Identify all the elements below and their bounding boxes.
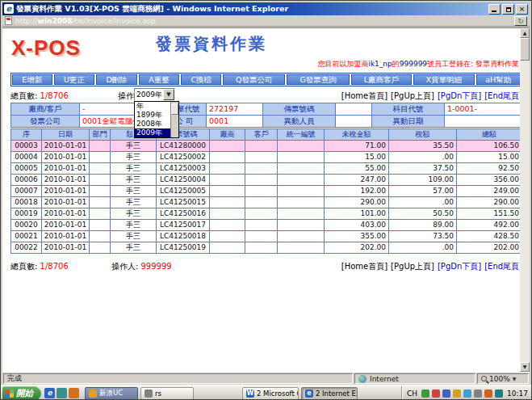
magnifier-icon	[481, 376, 487, 381]
status-zone: Internet	[354, 373, 475, 384]
tray-icon-3[interactable]	[442, 389, 450, 398]
form-label: 廠商/客戶	[11, 103, 80, 116]
table-cell: 92.50	[457, 163, 522, 175]
menu-button-2[interactable]: U更正	[54, 74, 95, 85]
table-row[interactable]: 000192010-01-01手三LC41250016101.0050.5015…	[11, 208, 522, 220]
scroll-up-icon[interactable]: ▲	[520, 28, 530, 38]
scrollbar-thumb[interactable]	[520, 38, 530, 61]
year-select[interactable]: 2009年 ▼	[134, 88, 175, 101]
table-cell: 00019	[11, 208, 42, 220]
menu-button-4[interactable]: A重整	[139, 74, 179, 85]
media-player-icon[interactable]	[69, 388, 79, 398]
form-field[interactable]	[336, 103, 372, 116]
nav-nav-bottom-0[interactable]: [Home首頁]	[341, 262, 387, 271]
column-header: 日期	[42, 129, 90, 141]
taskbar-group-button-1[interactable]: e2 Internet Expl...	[301, 387, 358, 400]
table-row[interactable]: 000052010-01-01手三LC4125000355.0037.5092.…	[11, 163, 522, 175]
form-row-1: 廠商/客戶-憑單代號272197傳票號碼科目代號1-0001-	[11, 103, 522, 116]
group-button-label: 2 Internet Expl...	[316, 389, 358, 398]
table-cell: LC41250002	[157, 152, 210, 163]
nav-nav-bottom-2[interactable]: [PgDn下頁]	[438, 262, 481, 271]
menu-button-7[interactable]: G發票查詢	[287, 74, 350, 85]
taskbar-group-button-0[interactable]: W2 Microsoft Off...	[242, 387, 299, 400]
url-field[interactable]: http://win2008/tw/Invoice/invoice.asp	[15, 17, 514, 25]
start-button[interactable]: 開始	[2, 386, 41, 400]
chevron-down-icon[interactable]: ▼	[163, 89, 174, 100]
table-cell: LC41250004	[157, 175, 210, 186]
form-field[interactable]: 0001	[207, 116, 263, 128]
form-field[interactable]: 272197	[207, 103, 263, 116]
ie-quicklaunch-icon[interactable]: e	[44, 388, 55, 398]
tray-icon-4[interactable]	[453, 389, 461, 398]
status-zone-text: Internet	[370, 375, 399, 383]
tray-icon-7[interactable]	[484, 389, 492, 398]
nav-nav-top-0[interactable]: [Home首頁]	[341, 91, 387, 100]
table-row[interactable]: 000072010-01-01手三LC41250005192.0057.0024…	[11, 186, 522, 197]
year-option-3[interactable]: 2009年	[135, 128, 170, 137]
invoice-form: 廠商/客戶-憑單代號272197傳票號碼科目代號1-0001-發票公司0001金…	[10, 103, 522, 128]
tray-icon-6[interactable]	[474, 389, 482, 398]
status-done: 完成	[3, 373, 353, 384]
go-button[interactable]: ↻	[514, 16, 527, 26]
menu-button-1[interactable]: E增新	[12, 74, 52, 85]
menu-button-3[interactable]: D刪除	[96, 74, 137, 85]
login-info: 您目前以加盟商ik1_np的999999號員工登錄在: 發票資料作業	[317, 59, 519, 69]
taskbar-window-button-1[interactable]: rs	[140, 387, 194, 400]
zoom-caret-icon[interactable]: ▼	[513, 376, 517, 381]
minimize-button[interactable]	[488, 4, 501, 15]
tray-icon-8[interactable]	[495, 389, 503, 398]
table-cell: LC41250015	[157, 197, 210, 208]
table-cell	[90, 208, 111, 220]
table-cell: 00004	[11, 152, 42, 163]
table-header-row: 序日期部門類別發票號碼廠商客戶統一編號未稅金額稅額總額	[11, 129, 522, 141]
table-cell	[90, 197, 111, 208]
tray-icon-2[interactable]	[432, 389, 440, 398]
menu-button-9[interactable]: X貨單明細	[413, 74, 475, 85]
nav-nav-bottom-3[interactable]: [End尾頁]	[484, 262, 522, 271]
dropdown-scrollbar[interactable]	[170, 102, 178, 137]
menu-button-6[interactable]: Q發票公司	[223, 74, 285, 85]
scroll-down-icon[interactable]: ▼	[520, 362, 530, 372]
table-cell: 手三	[111, 175, 157, 186]
table-row[interactable]: 000032010-01-01手三LC4128000071.0035.50106…	[11, 141, 522, 152]
table-cell: 202.00	[325, 242, 389, 254]
taskbar-window-button-0[interactable]: 新浪UC	[85, 387, 138, 400]
vertical-scrollbar[interactable]: ▲ ▼	[520, 28, 530, 372]
table-row[interactable]: 000222010-01-01手三LC41250019202.00.00202.…	[11, 242, 522, 254]
table-cell	[90, 231, 111, 242]
menu-button-5[interactable]: C換檔	[181, 74, 221, 85]
nav-nav-top-3[interactable]: [End尾頁]	[484, 91, 522, 100]
language-indicator[interactable]: CH	[405, 389, 419, 398]
restore-button[interactable]	[502, 4, 514, 15]
window-button-label: 新浪UC	[99, 389, 123, 398]
table-row[interactable]: 000212010-01-01手三LC41250018355.0073.5042…	[11, 231, 522, 242]
tray-icon-5[interactable]	[463, 389, 471, 398]
total-pages-value: 1/8706	[40, 262, 69, 271]
tray-icon-1[interactable]	[421, 389, 429, 398]
menu-button-8[interactable]: L廠商客戶	[351, 74, 412, 85]
table-row[interactable]: 000062010-01-01手三LC41250004247.00109.003…	[11, 175, 522, 186]
table-cell	[245, 175, 278, 186]
close-button[interactable]: ×	[516, 4, 528, 15]
year-option-0[interactable]: 年	[135, 102, 170, 111]
form-field[interactable]: 1-0001-	[445, 103, 522, 116]
year-option-2[interactable]: 2008年	[135, 120, 170, 128]
table-cell	[210, 220, 245, 231]
form-field[interactable]	[336, 116, 372, 128]
table-cell: LC41280000	[157, 141, 210, 152]
window-button-icon	[145, 389, 153, 398]
nav-nav-bottom-1[interactable]: [PgUp上頁]	[391, 262, 434, 271]
windows-flag-icon	[6, 389, 14, 398]
year-option-1[interactable]: 1899年	[135, 111, 170, 120]
nav-nav-top-1[interactable]: [PgUp上頁]	[391, 91, 434, 100]
form-field[interactable]	[445, 116, 522, 128]
menu-button-10[interactable]: aH幫助	[476, 74, 521, 85]
show-desktop-icon[interactable]	[57, 388, 67, 398]
taskbar-clock: 10:17	[507, 389, 528, 398]
table-row[interactable]: 000202010-01-01手三LC41250017403.0089.0049…	[11, 220, 522, 231]
table-row[interactable]: 000182010-01-01手三LC41250015290.00.00290.…	[11, 197, 522, 208]
nav-nav-top-2[interactable]: [PgDn下頁]	[438, 91, 481, 100]
ie-taskbar-icon: e	[305, 389, 313, 398]
table-row[interactable]: 000042010-01-01手三LC4125000215.00.0015.00	[11, 152, 522, 163]
zoom-control[interactable]: 100% ▼	[477, 373, 529, 384]
